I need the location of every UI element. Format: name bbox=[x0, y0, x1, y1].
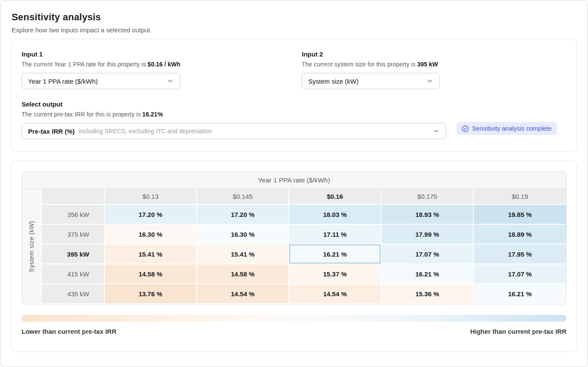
page-subtitle: Explore how two inputs impact a selected… bbox=[12, 26, 576, 34]
output-select-value: Pre-tax IRR (%) bbox=[28, 128, 75, 135]
heatmap-cell: 15.41 % bbox=[197, 245, 289, 264]
input1-label: Input 1 bbox=[22, 50, 302, 58]
row-header: 356 kW bbox=[42, 205, 105, 225]
row-header: 375 kW bbox=[42, 225, 105, 245]
row-header: 395 kW bbox=[42, 245, 105, 264]
heatmap-cell: 19.85 % bbox=[474, 205, 566, 225]
sensitivity-analysis-page: Sensitivity analysis Explore how two inp… bbox=[0, 0, 588, 367]
input2-select-value: System size (kW) bbox=[308, 78, 359, 85]
heatmap-cell: 17.11 % bbox=[289, 225, 382, 245]
heatmap-cell: 18.03 % bbox=[289, 205, 382, 225]
heatmap-cell: 15.36 % bbox=[382, 284, 474, 304]
column-header: $0.175 bbox=[382, 189, 474, 205]
heatmap-cell: 13.76 % bbox=[105, 284, 197, 304]
legend-low-label: Lower than current pre-tax IRR bbox=[22, 328, 116, 335]
inputs-card: Input 1 The current Year 1 PPA rate for … bbox=[11, 39, 577, 152]
heatmap-cell: 17.07 % bbox=[474, 264, 566, 284]
heatmap-cell: 18.93 % bbox=[382, 205, 474, 225]
heatmap-cell: 16.21 % bbox=[474, 284, 566, 304]
check-circle-icon bbox=[462, 125, 469, 132]
chevron-down-icon bbox=[167, 78, 174, 85]
input1-select[interactable]: Year 1 PPA rate ($/kWh) bbox=[22, 73, 180, 89]
input2-helper: The current system size for this propert… bbox=[302, 61, 566, 68]
input1-current-value: $0.16 / kWh bbox=[147, 61, 180, 68]
heatmap-cell: 16.21 % bbox=[382, 264, 474, 284]
heatmap-cell: 16.21 % bbox=[289, 245, 382, 264]
status-badge-label: Sensitivity analysis complete bbox=[472, 125, 552, 132]
column-header: $0.13 bbox=[105, 189, 197, 205]
output-label: Select output bbox=[22, 100, 566, 108]
heatmap-cell: 14.54 % bbox=[197, 284, 289, 304]
page-header: Sensitivity analysis Explore how two inp… bbox=[0, 0, 588, 34]
heatmap-cell: 14.58 % bbox=[105, 264, 197, 284]
heatmap-cell: 18.89 % bbox=[474, 225, 566, 245]
heatmap-cell: 17.99 % bbox=[382, 225, 474, 245]
heatmap-card: Year 1 PPA rate ($/kWh) System size (kW)… bbox=[11, 160, 577, 352]
column-header: $0.145 bbox=[197, 189, 289, 205]
chevron-down-icon bbox=[433, 128, 440, 135]
output-select-detail: including SRECS, excluding ITC and depre… bbox=[79, 128, 212, 135]
heatmap-cell: 14.54 % bbox=[289, 284, 382, 304]
table-corner-cell bbox=[42, 189, 105, 205]
sensitivity-table: Year 1 PPA rate ($/kWh) System size (kW)… bbox=[22, 171, 566, 304]
heatmap-cell: 17.20 % bbox=[105, 205, 197, 225]
row-group-label: System size (kW) bbox=[22, 189, 42, 304]
legend-high-label: Higher than current pre-tax IRR bbox=[470, 328, 566, 335]
row-header: 415 kW bbox=[42, 264, 105, 284]
output-current-value: 16.21% bbox=[142, 111, 163, 118]
input1-select-value: Year 1 PPA rate ($/kWh) bbox=[28, 78, 98, 85]
row-header: 435 kW bbox=[42, 284, 105, 304]
chevron-down-icon bbox=[426, 78, 433, 85]
page-title: Sensitivity analysis bbox=[12, 12, 576, 23]
column-header: $0.19 bbox=[474, 189, 566, 205]
column-group-label: Year 1 PPA rate ($/kWh) bbox=[22, 172, 566, 189]
input2-select[interactable]: System size (kW) bbox=[302, 73, 440, 89]
column-header: $0.16 bbox=[289, 189, 382, 205]
heatmap-cell: 17.95 % bbox=[474, 245, 566, 264]
heatmap-cell: 16.30 % bbox=[105, 225, 197, 245]
heatmap-cell: 14.58 % bbox=[197, 264, 289, 284]
heatmap-cell: 17.07 % bbox=[382, 245, 474, 264]
heatmap-cell: 15.41 % bbox=[105, 245, 197, 264]
heatmap-legend-gradient bbox=[22, 315, 566, 322]
heatmap-cell: 17.20 % bbox=[197, 205, 289, 225]
input2-label: Input 2 bbox=[302, 50, 566, 58]
input2-current-value: 395 kW bbox=[417, 61, 438, 68]
output-helper: The current pre-tax IRR for this is prop… bbox=[22, 111, 566, 118]
heatmap-grid: $0.13$0.145$0.16$0.175$0.19356 kW17.20 %… bbox=[42, 189, 566, 304]
status-badge: Sensitivity analysis complete bbox=[457, 122, 557, 135]
input1-helper: The current Year 1 PPA rate for this pro… bbox=[22, 61, 302, 68]
heatmap-cell: 16.30 % bbox=[197, 225, 289, 245]
heatmap-cell: 15.37 % bbox=[289, 264, 382, 284]
output-select[interactable]: Pre-tax IRR (%) including SRECS, excludi… bbox=[22, 123, 446, 139]
